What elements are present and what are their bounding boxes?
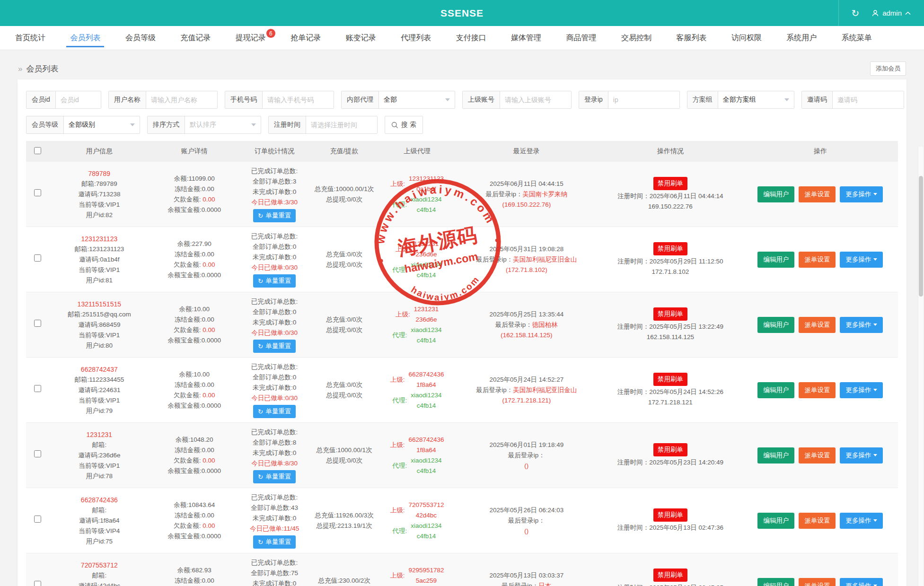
add-member-button[interactable]: 添加会员 <box>870 61 906 76</box>
edit-user-button[interactable]: 编辑用户 <box>757 382 794 398</box>
more-actions-button[interactable]: 更多操作 <box>840 252 883 268</box>
row-checkbox[interactable] <box>34 254 41 262</box>
reset-order-count-button[interactable]: ↻单量重置 <box>253 274 296 288</box>
edit-user-button[interactable]: 编辑用户 <box>757 447 794 464</box>
dispatch-settings-button[interactable]: 派单设置 <box>799 186 836 202</box>
edit-user-button[interactable]: 编辑用户 <box>757 186 794 202</box>
nav-tab-7[interactable]: 代理列表 <box>399 26 433 50</box>
nav-tab-3[interactable]: 充值记录 <box>178 26 212 50</box>
reset-order-count-button[interactable]: ↻单量重置 <box>253 340 296 353</box>
more-actions-button[interactable]: 更多操作 <box>840 447 883 464</box>
username-input[interactable] <box>146 91 217 108</box>
nav-tab-8[interactable]: 支付接口 <box>454 26 488 50</box>
reset-order-count-button[interactable]: ↻单量重置 <box>253 470 296 483</box>
parent-name[interactable]: 1231231 <box>414 304 439 315</box>
nav-tab-5[interactable]: 抢单记录 <box>289 26 323 50</box>
member-level-select[interactable]: 全部级别 <box>64 116 140 133</box>
status-badge[interactable]: 禁用刷单 <box>653 307 687 321</box>
member-username[interactable]: 1231231 <box>51 429 148 440</box>
parent-name[interactable]: 9295951782 <box>408 565 444 576</box>
member-username[interactable]: 1231231123 <box>51 234 148 244</box>
parent-account-input[interactable] <box>500 91 571 108</box>
row-checkbox[interactable] <box>34 581 41 586</box>
status-badge[interactable]: 禁用刷单 <box>653 177 687 190</box>
status-badge[interactable]: 禁用刷单 <box>653 569 687 582</box>
more-actions-button[interactable]: 更多操作 <box>840 513 883 529</box>
edit-user-button[interactable]: 编辑用户 <box>757 252 794 268</box>
member-id-input[interactable] <box>56 91 101 108</box>
edit-user-button[interactable]: 编辑用户 <box>757 317 794 333</box>
nav-tab-6[interactable]: 账变记录 <box>344 26 378 50</box>
row-checkbox[interactable] <box>34 189 41 196</box>
status-badge[interactable]: 禁用刷单 <box>653 508 687 522</box>
agent-name[interactable]: xiaodi1234 <box>411 521 441 531</box>
agent-name[interactable]: xiaodi1234 <box>411 325 441 335</box>
dispatch-settings-button[interactable]: 派单设置 <box>799 317 836 333</box>
sort-select[interactable]: 默认排序 <box>185 116 261 133</box>
phone-input[interactable] <box>263 91 334 108</box>
user-menu[interactable]: admin <box>871 9 911 17</box>
nav-tab-2[interactable]: 会员等级 <box>123 26 158 50</box>
reset-order-count-button[interactable]: ↻单量重置 <box>253 209 296 222</box>
row-checkbox[interactable] <box>34 516 41 523</box>
agent-name[interactable]: xiaodi1234 <box>411 260 441 270</box>
member-username[interactable]: 6628742437 <box>51 364 148 375</box>
parent-name[interactable]: 6628742436 <box>408 435 444 445</box>
nav-tab-10[interactable]: 商品管理 <box>564 26 598 50</box>
nav-tab-12[interactable]: 客服列表 <box>674 26 708 50</box>
agent-name[interactable]: xiaodi1234 <box>411 390 441 401</box>
search-button[interactable]: 搜 索 <box>385 116 423 134</box>
nav-tab-13[interactable]: 访问权限 <box>730 26 764 50</box>
member-username[interactable]: 789789 <box>51 168 148 179</box>
invite-code-input[interactable] <box>833 91 904 108</box>
refresh-icon[interactable]: ↻ <box>851 9 859 18</box>
nav-tab-4[interactable]: 提现记录6 <box>234 26 268 50</box>
more-actions-button[interactable]: 更多操作 <box>840 382 883 398</box>
member-username[interactable]: 6628742436 <box>51 495 148 505</box>
nav-tab-1[interactable]: 会员列表 <box>68 26 102 50</box>
dispatch-settings-button[interactable]: 派单设置 <box>799 513 836 529</box>
member-username[interactable]: 132115151515 <box>51 299 148 309</box>
reset-order-count-button[interactable]: ↻单量重置 <box>253 535 296 549</box>
row-checkbox[interactable] <box>34 320 41 327</box>
parent-name[interactable]: 1231231 <box>414 239 439 249</box>
member-username[interactable]: 7207553712 <box>51 560 148 570</box>
agent-name[interactable]: xiaodi1234 <box>411 455 441 466</box>
nav-tab-15[interactable]: 系统菜单 <box>840 26 874 50</box>
login-ip-input[interactable] <box>608 91 679 108</box>
scrollbar-thumb[interactable] <box>919 176 923 297</box>
status-badge[interactable]: 禁用刷单 <box>653 443 687 456</box>
status-badge[interactable]: 禁用刷单 <box>653 373 687 386</box>
register-time-line: 注册时间：2025年05月29日 11:12:50 <box>599 256 742 267</box>
more-actions-button[interactable]: 更多操作 <box>840 317 883 333</box>
dispatch-settings-button[interactable]: 派单设置 <box>799 252 836 268</box>
dispatch-settings-button[interactable]: 派单设置 <box>799 578 836 586</box>
row-checkbox[interactable] <box>34 450 41 457</box>
dispatch-settings-button[interactable]: 派单设置 <box>799 382 836 398</box>
nav-tab-0[interactable]: 首页统计 <box>13 26 47 50</box>
agent-name[interactable]: xiaodi1234 <box>411 194 441 205</box>
scrollbar-track[interactable] <box>918 147 923 586</box>
parent-name[interactable]: 6628742436 <box>408 369 444 380</box>
row-checkbox[interactable] <box>34 385 41 392</box>
operation-status-cell: 禁用刷单 注册时间：2025年06月11日 04:44:14 169.150.2… <box>598 162 743 227</box>
nav-tab-11[interactable]: 交易控制 <box>619 26 653 50</box>
more-actions-button[interactable]: 更多操作 <box>840 186 883 202</box>
nav-tab-14[interactable]: 系统用户 <box>784 26 818 50</box>
plan-group-select[interactable]: 全部方案组 <box>718 91 794 108</box>
edit-user-button[interactable]: 编辑用户 <box>757 578 794 586</box>
parent-values: 1231231 236d6e <box>414 304 439 325</box>
reg-time-input[interactable] <box>306 116 377 133</box>
reset-order-count-button[interactable]: ↻单量重置 <box>253 405 296 418</box>
nav-tab-9[interactable]: 媒体管理 <box>509 26 543 50</box>
parent-name[interactable]: 7207553712 <box>408 500 444 510</box>
internal-agent-select[interactable]: 全部 <box>379 91 455 108</box>
status-badge[interactable]: 禁用刷单 <box>653 242 687 255</box>
select-all-checkbox[interactable] <box>34 147 41 154</box>
dispatch-settings-button[interactable]: 派单设置 <box>799 447 836 464</box>
total-recharge: 总充值:230.00/2次 <box>310 576 378 586</box>
more-actions-button[interactable]: 更多操作 <box>840 578 883 586</box>
frozen-amount: 冻结金额:0.00 <box>150 315 239 325</box>
edit-user-button[interactable]: 编辑用户 <box>757 513 794 529</box>
parent-name[interactable]: 1231231123 <box>409 174 444 184</box>
